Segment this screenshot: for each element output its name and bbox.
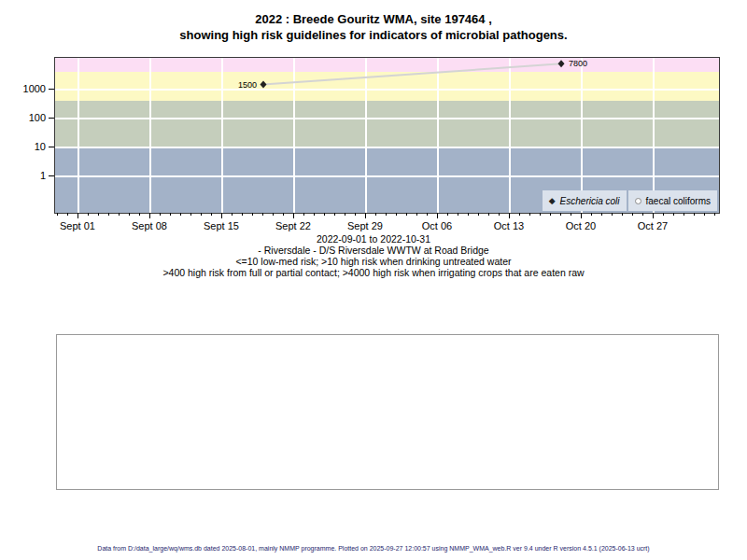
x-axis-minor-tick <box>334 213 335 216</box>
x-axis-major-tick <box>509 213 510 218</box>
x-axis-minor-tick <box>560 213 561 216</box>
x-axis-minor-tick <box>499 213 500 216</box>
caption-site-name: - Riversdale - D/S Riversdale WWTW at Ro… <box>0 245 747 256</box>
data-point-label: 1500 <box>238 80 257 90</box>
x-axis-minor-tick <box>396 213 397 216</box>
chart-title: 2022 : Breede Gouritz WMA, site 197464 ,… <box>0 11 747 43</box>
legend-item-ecoli: ◆ Eschericia coli <box>543 190 627 211</box>
x-axis-minor-tick <box>67 213 68 216</box>
y-axis-tick-label: 1 <box>8 171 46 181</box>
y-axis-label: /100mL <box>0 193 41 206</box>
x-axis-minor-tick <box>694 213 695 216</box>
x-axis-minor-tick <box>632 213 633 216</box>
y-axis-tick-label: 100 <box>8 113 46 123</box>
x-axis-minor-tick <box>673 213 674 216</box>
x-axis-tick-label: Sept 22 <box>261 220 326 231</box>
x-axis-minor-tick <box>129 213 130 216</box>
x-axis-minor-tick <box>550 213 551 216</box>
x-axis-minor-tick <box>591 213 592 216</box>
chart-title-line1: 2022 : Breede Gouritz WMA, site 197464 , <box>0 11 747 27</box>
x-axis-minor-tick <box>180 213 181 216</box>
x-axis-minor-tick <box>211 213 212 216</box>
x-axis-minor-tick <box>201 213 202 216</box>
x-axis-major-tick <box>581 213 582 218</box>
x-axis-major-tick <box>653 213 654 218</box>
x-axis-tick-label: Sept 01 <box>45 220 110 231</box>
data-point-marker <box>261 81 267 89</box>
x-axis-minor-tick <box>468 213 469 216</box>
data-point-label: 7800 <box>569 59 587 68</box>
x-axis-minor-tick <box>345 213 345 216</box>
x-axis-minor-tick <box>262 213 263 216</box>
x-axis-minor-tick <box>232 213 233 216</box>
caption-risk-line1: <=10 low-med risk; >10 high risk when dr… <box>0 256 747 267</box>
x-axis-tick-label: Oct 20 <box>548 220 613 231</box>
x-axis-minor-tick <box>273 213 274 216</box>
x-axis-minor-tick <box>355 213 356 216</box>
x-axis-minor-tick <box>170 213 171 216</box>
x-axis-major-tick <box>365 213 366 218</box>
x-axis-minor-tick <box>612 213 613 216</box>
y-axis-tick-label: 1000 <box>8 84 46 94</box>
x-axis-major-tick <box>221 213 222 218</box>
x-axis-minor-tick <box>283 213 284 216</box>
x-axis-minor-tick <box>252 213 253 216</box>
x-axis-minor-tick <box>108 213 109 216</box>
x-axis-minor-tick <box>704 213 705 216</box>
x-axis-minor-tick <box>663 213 664 216</box>
empty-panel <box>56 334 719 490</box>
x-axis-minor-tick <box>303 213 304 216</box>
chart-page: 2022 : Breede Gouritz WMA, site 197464 ,… <box>0 0 747 560</box>
x-axis-minor-tick <box>314 213 315 216</box>
caption-date-range: 2022-09-01 to 2022-10-31 <box>0 233 747 245</box>
x-axis-minor-tick <box>488 213 489 216</box>
chart-title-line2: showing high risk guidelines for indicat… <box>0 27 747 43</box>
x-axis-minor-tick <box>684 213 684 216</box>
x-axis-minor-tick <box>406 213 407 216</box>
x-axis-minor-tick <box>622 213 623 216</box>
x-axis-tick-label: Oct 27 <box>620 220 685 231</box>
legend-label-ecoli: Eschericia coli <box>560 196 620 206</box>
legend-label-faecal-coliforms: faecal coliforms <box>646 196 711 206</box>
footer-text: Data from D:/data_large/wq/wms.db dated … <box>0 545 747 552</box>
x-axis-major-tick <box>437 213 438 218</box>
x-axis-minor-tick <box>190 213 191 216</box>
x-axis-minor-tick <box>242 213 243 216</box>
legend: ◆ Eschericia coli faecal coliforms <box>543 190 717 211</box>
x-axis-tick-label: Sept 15 <box>189 220 254 231</box>
plot-area: 15007800 ◆ Eschericia coli faecal colifo… <box>54 57 720 214</box>
x-axis-minor-tick <box>119 213 120 216</box>
x-axis-minor-tick <box>642 213 643 216</box>
data-point-marker <box>558 60 565 67</box>
caption-risk-line2: >400 high risk from full or partial cont… <box>0 267 747 278</box>
x-axis-major-tick <box>78 213 78 218</box>
x-axis-major-tick <box>293 213 294 218</box>
x-axis-minor-tick <box>447 213 448 216</box>
x-axis-minor-tick <box>427 213 428 216</box>
x-axis-minor-tick <box>160 213 161 216</box>
caption: 2022-09-01 to 2022-10-31 - Riversdale - … <box>0 233 747 278</box>
legend-item-faecal-coliforms: faecal coliforms <box>628 190 717 211</box>
x-axis-minor-tick <box>375 213 376 216</box>
x-axis-minor-tick <box>458 213 458 216</box>
x-axis-minor-tick <box>540 213 541 216</box>
x-axis-minor-tick <box>529 213 530 216</box>
x-axis-tick-label: Sept 29 <box>332 220 398 231</box>
filled-diamond-icon: ◆ <box>549 197 556 205</box>
x-axis-minor-tick <box>324 213 325 216</box>
x-axis-tick-label: Sept 08 <box>117 220 182 231</box>
x-axis-minor-tick <box>88 213 89 216</box>
x-axis-tick-label: Oct 06 <box>404 220 470 231</box>
x-axis-minor-tick <box>478 213 479 216</box>
x-axis-minor-tick <box>386 213 387 216</box>
x-axis-minor-tick <box>139 213 140 216</box>
y-axis-tick-label: 10 <box>8 142 46 152</box>
y-axis: /100mL 1000100101 <box>0 57 54 214</box>
x-axis-minor-tick <box>714 213 715 216</box>
x-axis-minor-tick <box>57 213 58 216</box>
x-axis-minor-tick <box>571 213 571 216</box>
x-axis-major-tick <box>149 213 150 218</box>
x-axis-minor-tick <box>519 213 520 216</box>
x-axis-minor-tick <box>416 213 417 216</box>
x-axis-tick-label: Oct 13 <box>476 220 542 231</box>
